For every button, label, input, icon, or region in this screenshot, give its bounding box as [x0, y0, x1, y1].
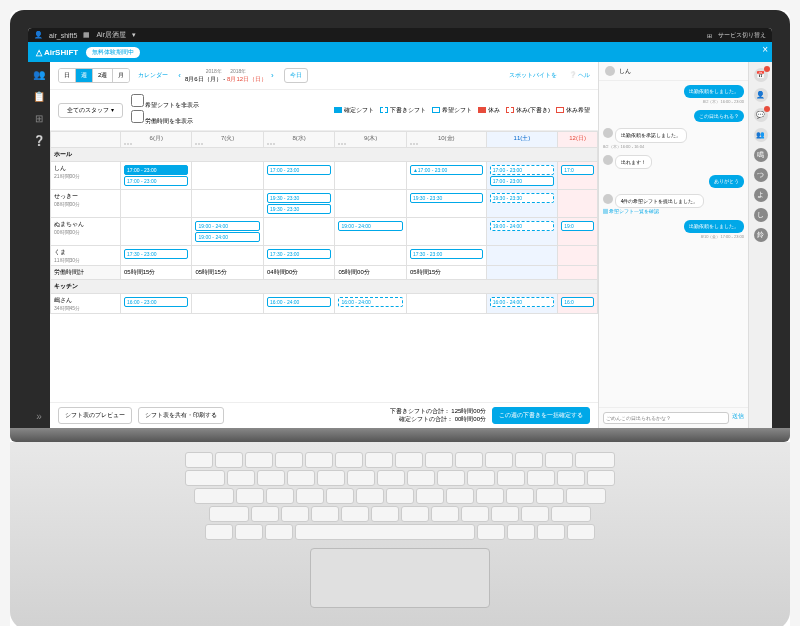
- staff-select[interactable]: 全てのスタッフ ▾: [58, 103, 123, 118]
- shift-block[interactable]: 16:0: [561, 297, 594, 307]
- shift-block[interactable]: 19:30 - 23:30: [490, 193, 554, 203]
- laptop-frame: 👤 air_shift5 ▦ Air居酒屋 ▾ ⊞ サービス切り替え △ Air…: [10, 10, 790, 626]
- shift-block[interactable]: ▲17:00 - 23:00: [410, 165, 483, 175]
- share-button[interactable]: シフト表を共有・印刷する: [138, 407, 224, 424]
- shift-block[interactable]: 17:00 - 23:00: [124, 165, 188, 175]
- r-icon-3[interactable]: 💬: [754, 108, 768, 122]
- nav-icon-1[interactable]: 👥: [33, 68, 45, 80]
- shift-block[interactable]: 17:00 - 23:00: [490, 176, 554, 186]
- shift-block[interactable]: 19:30 - 23:30: [410, 193, 483, 203]
- r-icon-1[interactable]: 📅: [754, 68, 768, 82]
- staff-cell[interactable]: しん21時間00分: [51, 162, 121, 190]
- next-arrow[interactable]: ›: [271, 71, 274, 80]
- shift-block[interactable]: 17:00 - 23:00: [124, 176, 188, 186]
- shift-block[interactable]: 17:30 - 23:00: [267, 249, 331, 259]
- dropdown-icon[interactable]: ▾: [132, 31, 136, 39]
- r-avatar-3[interactable]: よ: [754, 188, 768, 202]
- trial-badge: 無料体験期間中: [86, 47, 140, 58]
- shift-grid: 6(月) 7(火) 8(水) 9(木) 10(金) 11(土) 12(日) ホー…: [50, 131, 598, 402]
- today-button[interactable]: 今日: [284, 68, 308, 83]
- shift-block[interactable]: 17:30 - 23:00: [124, 249, 188, 259]
- prev-arrow[interactable]: ‹: [178, 71, 181, 80]
- section-header: ホール: [51, 148, 598, 162]
- view-week[interactable]: 週: [76, 69, 93, 82]
- shift-block[interactable]: 19:00 - 24:00: [338, 221, 402, 231]
- chk-hide-wish[interactable]: [131, 94, 144, 107]
- staff-cell[interactable]: 嶋さん34時間45分: [51, 294, 121, 314]
- service-switch[interactable]: サービス切り替え: [718, 31, 766, 40]
- staff-cell[interactable]: くま11時間30分: [51, 246, 121, 266]
- col-tue: 7(火): [192, 132, 263, 148]
- chat-message: 出勤依頼をしました。8/10（金）17:00 - 23:00: [603, 220, 744, 239]
- view-switcher[interactable]: 日 週 2週 月: [58, 68, 130, 83]
- col-sun: 12(日): [558, 132, 598, 148]
- r-avatar-4[interactable]: し: [754, 208, 768, 222]
- chat-message: 出勤依頼をしました。8/2（木）16:00 - 23:00: [603, 85, 744, 104]
- staff-cell[interactable]: ぬまちゃん00時間00分: [51, 218, 121, 246]
- r-avatar-1[interactable]: 鳴: [754, 148, 768, 162]
- view-month[interactable]: 月: [113, 69, 129, 82]
- nav-icon-3[interactable]: ⊞: [33, 112, 45, 124]
- r-icon-4[interactable]: 👥: [754, 128, 768, 142]
- os-store: Air居酒屋: [96, 30, 126, 40]
- chk-hide-hours[interactable]: [131, 110, 144, 123]
- spot-link[interactable]: スポットバイトを: [509, 71, 557, 80]
- chat-input[interactable]: [603, 412, 729, 424]
- shift-block[interactable]: 16:00 - 23:00: [124, 297, 188, 307]
- date-range: 2018年 2018年 8月6日（月） - 8月12日（日）: [185, 68, 267, 82]
- app-logo: △ AirSHIFT: [36, 48, 78, 57]
- chat-message: 出れます！: [603, 155, 744, 170]
- help-link[interactable]: ❔ ヘル: [569, 71, 590, 80]
- view-2week[interactable]: 2週: [93, 69, 113, 82]
- shift-block[interactable]: 19:30 - 23:30: [267, 204, 331, 214]
- send-button[interactable]: 送信: [732, 412, 744, 424]
- chat-body[interactable]: 出勤依頼をしました。8/2（木）16:00 - 23:00この日出られる？ 出勤…: [599, 81, 748, 407]
- os-user: air_shift5: [49, 32, 77, 39]
- shift-block[interactable]: 19:00 - 24:00: [195, 221, 259, 231]
- keyboard: [10, 442, 790, 626]
- trackpad: [310, 548, 490, 608]
- chat-link[interactable]: ▦ 希望シフト一覧を確認: [603, 208, 744, 214]
- chat-name: しん: [619, 67, 631, 76]
- table-row: くま11時間30分17:30 - 23:0017:30 - 23:0017:30…: [51, 246, 598, 266]
- nav-icon-4[interactable]: ❔: [33, 134, 45, 146]
- grid-icon[interactable]: ⊞: [707, 32, 712, 39]
- r-icon-2[interactable]: 👤: [754, 88, 768, 102]
- r-avatar-2[interactable]: つ: [754, 168, 768, 182]
- shift-block[interactable]: 19:0: [561, 221, 594, 231]
- staff-cell[interactable]: せっきー08時間00分: [51, 190, 121, 218]
- view-day[interactable]: 日: [59, 69, 76, 82]
- shift-block[interactable]: 19:00 - 24:00: [195, 232, 259, 242]
- collapse-icon[interactable]: »: [33, 410, 45, 422]
- chat-message: 4件の希望シフトを提出しました。▦ 希望シフト一覧を確認: [603, 194, 744, 215]
- shift-block[interactable]: 16:00 - 24:00: [490, 297, 554, 307]
- table-row: しん21時間00分17:00 - 23:0017:00 - 23:0017:00…: [51, 162, 598, 190]
- chat-message: この日出られる？: [603, 110, 744, 123]
- table-row: せっきー08時間00分19:30 - 23:3019:30 - 23:3019:…: [51, 190, 598, 218]
- shift-block[interactable]: 17:0: [561, 165, 594, 175]
- shift-block[interactable]: 17:00 - 23:00: [490, 165, 554, 175]
- r-avatar-5[interactable]: 鈴: [754, 228, 768, 242]
- shift-block[interactable]: 17:00 - 23:00: [267, 165, 331, 175]
- msg-avatar: [603, 155, 613, 165]
- col-sat: 11(土): [486, 132, 557, 148]
- nav-icon-2[interactable]: 📋: [33, 90, 45, 102]
- preview-button[interactable]: シフト表のプレビュー: [58, 407, 132, 424]
- chat-panel: しん 出勤依頼をしました。8/2（木）16:00 - 23:00この日出られる？…: [598, 62, 748, 428]
- shift-block[interactable]: 16:00 - 24:00: [338, 297, 402, 307]
- col-thu: 9(木): [335, 132, 406, 148]
- shift-block[interactable]: 16:00 - 24:00: [267, 297, 331, 307]
- legend: 確定シフト 下書きシフト 希望シフト 休み 休み(下書き) 休み希望: [334, 106, 590, 115]
- user-icon: 👤: [34, 31, 43, 39]
- confirm-button[interactable]: この週の下書きを一括確定する: [492, 407, 590, 424]
- close-icon[interactable]: ×: [762, 44, 768, 55]
- shift-block[interactable]: 19:30 - 23:30: [267, 193, 331, 203]
- calendar-link[interactable]: カレンダー: [138, 71, 168, 80]
- toolbar: 日 週 2週 月 カレンダー ‹ 2018年 2018年 8月6日（月） - 8…: [50, 62, 598, 90]
- shift-block[interactable]: 17:30 - 23:00: [410, 249, 483, 259]
- section-header: キッチン: [51, 280, 598, 294]
- right-sidebar: 📅 👤 💬 👥 鳴 つ よ し 鈴: [748, 62, 772, 428]
- chat-avatar: [605, 66, 615, 76]
- shift-block[interactable]: 19:00 - 24:00: [490, 221, 554, 231]
- col-wed: 8(水): [263, 132, 334, 148]
